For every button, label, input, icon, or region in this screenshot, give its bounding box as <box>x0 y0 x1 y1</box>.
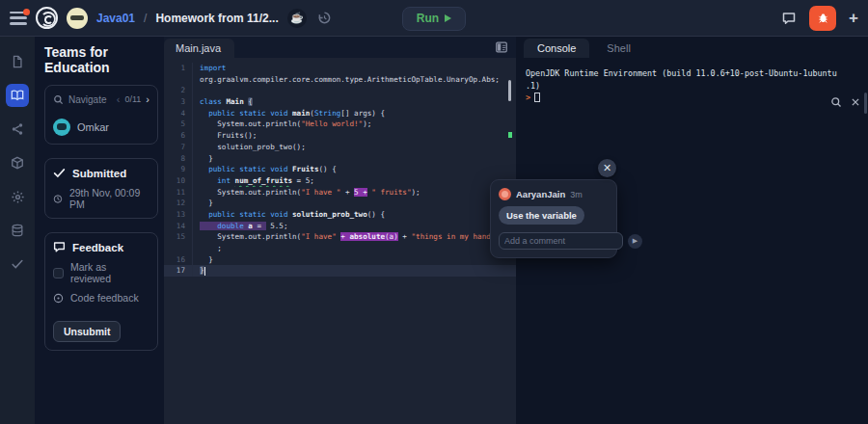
unsubmit-button[interactable]: Unsubmit <box>53 321 121 342</box>
comment-message: Use the variable <box>499 206 584 225</box>
line-number: 17 <box>164 265 193 277</box>
code-text: ; <box>193 243 516 254</box>
console-controls <box>830 96 860 108</box>
submitted-date: 29th Nov, 00:09 PM <box>69 187 149 210</box>
console-clear-icon[interactable] <box>851 97 860 107</box>
line-number: 16 <box>164 254 193 266</box>
packages-icon[interactable] <box>6 151 29 174</box>
code-text: double a = 5.5; <box>193 221 516 232</box>
comment-author-avatar <box>499 188 511 200</box>
comment-input[interactable] <box>499 232 623 250</box>
code-text: public static void main(String[] args) { <box>193 108 516 119</box>
navigate-search[interactable]: Navigate ‹ 0/11 › <box>53 93 149 105</box>
editor-scrollbar-thumb[interactable] <box>508 80 511 101</box>
code-text: } <box>193 153 516 165</box>
files-icon[interactable] <box>6 50 29 73</box>
line-number: 5 <box>164 119 193 130</box>
console-scrollbar-thumb[interactable] <box>864 93 867 114</box>
replit-logo-icon[interactable] <box>36 7 58 29</box>
code-line[interactable]: ; <box>164 243 516 254</box>
code-line[interactable]: 13 public static void solution_prob_two(… <box>164 209 516 221</box>
code-text: Fruits(); <box>193 130 516 142</box>
java-language-icon[interactable]: ☕ <box>287 9 307 28</box>
console-line: .1) <box>526 80 843 93</box>
line-number: 7 <box>164 142 193 153</box>
settings-gear-icon[interactable] <box>6 185 29 208</box>
comment-send-button[interactable]: ▶ <box>628 234 642 249</box>
code-text: System.out.println("Hello world!"); <box>193 119 516 130</box>
code-line[interactable]: 15 System.out.println("I have" + absolut… <box>164 231 516 243</box>
console-cursor <box>534 93 540 102</box>
mark-as-reviewed-checkbox[interactable] <box>53 268 64 278</box>
code-line[interactable]: 6 Fruits(); <box>164 130 516 142</box>
console-prompt-line: > <box>526 92 843 104</box>
line-number: 8 <box>164 153 193 165</box>
code-line[interactable]: 10 int num_of_fruits = 5; <box>164 175 516 187</box>
code-line[interactable]: 4 public static void main(String[] args)… <box>164 108 516 119</box>
education-icon[interactable] <box>6 84 29 107</box>
console-search-icon[interactable] <box>830 96 842 108</box>
tab-main-java[interactable]: Main.java <box>164 39 234 58</box>
chevron-left-icon[interactable]: ‹ <box>117 93 121 105</box>
code-text: solution_prob_two(); <box>193 142 516 153</box>
code-line[interactable]: 9 public static void Fruits() { <box>164 164 516 175</box>
console-output[interactable]: OpenJDK Runtime Environment (build 11.0.… <box>516 60 868 104</box>
line-number: 3 <box>164 96 193 108</box>
line-number: 9 <box>164 164 193 175</box>
editor-tab-bar: Main.java <box>164 37 516 58</box>
code-feedback-label[interactable]: Code feedback <box>70 292 139 304</box>
line-number <box>164 74 193 86</box>
history-icon[interactable] <box>315 9 335 28</box>
checklist-icon[interactable] <box>6 252 29 276</box>
code-line[interactable]: 7 solution_prob_two(); <box>164 142 516 153</box>
user-avatar[interactable] <box>67 8 88 29</box>
chat-icon[interactable] <box>781 11 797 26</box>
hamburger-menu-icon[interactable] <box>10 12 27 25</box>
run-button[interactable]: Run <box>402 7 466 31</box>
code-line[interactable]: 1import <box>164 63 516 74</box>
code-text: org.graalvm.compiler.core.common.type.Ar… <box>193 74 516 86</box>
line-number: 13 <box>164 209 193 221</box>
code-editor[interactable]: 1importorg.graalvm.compiler.core.common.… <box>164 58 516 424</box>
line-number: 12 <box>164 198 193 209</box>
mark-as-reviewed-label: Mark as reviewed <box>70 261 149 284</box>
comment-close-button[interactable]: ✕ <box>598 159 616 177</box>
code-line[interactable]: 16 } <box>164 254 516 266</box>
student-row[interactable]: Omkar <box>53 119 149 136</box>
tab-console[interactable]: Console <box>524 39 589 58</box>
version-control-icon[interactable] <box>6 118 29 141</box>
bug-report-button[interactable] <box>809 6 836 31</box>
code-line[interactable]: 17} <box>164 265 516 277</box>
topbar-right: + <box>781 6 858 31</box>
code-line[interactable]: 14 double a = 5.5; <box>164 221 516 232</box>
line-number: 2 <box>164 85 193 96</box>
code-line[interactable]: org.graalvm.compiler.core.common.type.Ar… <box>164 74 516 86</box>
search-icon <box>53 94 64 105</box>
send-icon: ▶ <box>633 237 637 245</box>
code-line[interactable]: 2 <box>164 85 516 96</box>
database-icon[interactable] <box>6 219 29 242</box>
code-line[interactable]: 3class Main { <box>164 96 516 108</box>
editor-layout-icon[interactable] <box>495 40 508 58</box>
navigate-counter: 0/11 <box>124 94 141 104</box>
code-text: import <box>193 63 516 74</box>
annotation-marker[interactable] <box>508 132 512 138</box>
comment-author-name: AaryanJain <box>516 189 565 199</box>
code-text: System.out.println("I have " + 5 + " fru… <box>193 187 516 199</box>
code-line[interactable]: 12 } <box>164 198 516 209</box>
student-name: Omkar <box>77 121 109 133</box>
code-line[interactable]: 11 System.out.println("I have " + 5 + " … <box>164 187 516 199</box>
breadcrumb-team-link[interactable]: Java01 <box>96 12 135 25</box>
code-line[interactable]: 8 } <box>164 153 516 165</box>
new-tab-plus-icon[interactable]: + <box>849 10 858 26</box>
left-icon-rail <box>0 37 35 424</box>
breadcrumb-separator: / <box>144 12 147 25</box>
tab-shell[interactable]: Shell <box>593 39 643 58</box>
code-text: System.out.println("I have" + absolute(a… <box>193 231 516 243</box>
code-line[interactable]: 5 System.out.println("Hello world!"); <box>164 119 516 130</box>
code-text: public static void solution_prob_two() { <box>193 209 516 221</box>
code-text: class Main { <box>193 96 516 108</box>
breadcrumb-project-title[interactable]: Homework from 11/2... <box>155 12 278 25</box>
chevron-right-icon[interactable]: › <box>146 93 149 105</box>
topbar-left: Java01 / Homework from 11/2... ☕ <box>10 7 335 29</box>
